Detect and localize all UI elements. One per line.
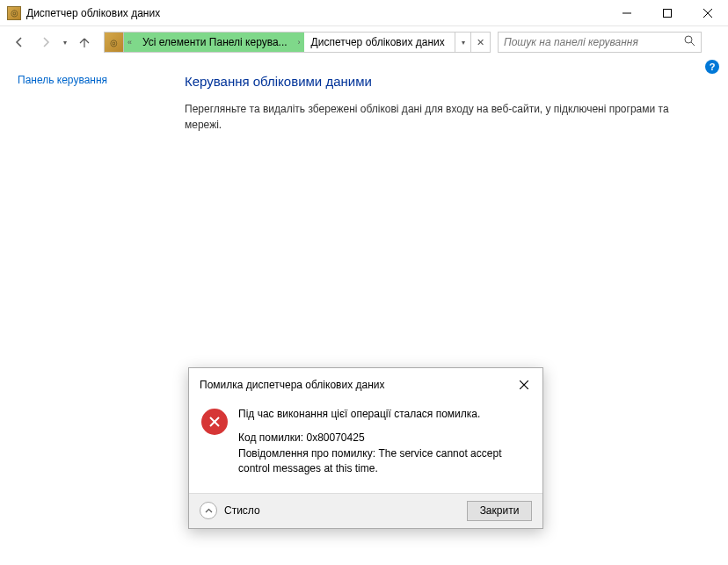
help-button[interactable]: ? (705, 60, 719, 74)
back-button[interactable] (7, 30, 32, 54)
search-box[interactable] (498, 32, 702, 53)
svg-point-4 (685, 36, 692, 43)
dialog-header: Помилка диспетчера облікових даних (189, 368, 542, 402)
search-input[interactable] (504, 36, 684, 48)
breadcrumb-seg-2[interactable]: Диспетчер облікових даних (304, 33, 452, 52)
navbar: ▾ « Усі елементи Панелі керува... › Дисп… (0, 26, 728, 58)
breadcrumb-seg-1[interactable]: Усі елементи Панелі керува... (135, 33, 295, 52)
breadcrumb-chevrons[interactable]: « (124, 33, 135, 52)
dialog-close-action-button[interactable]: Закрити (467, 501, 532, 521)
titlebar: Диспетчер облікових даних (0, 0, 728, 26)
app-icon (7, 6, 21, 20)
error-main-text: Під час виконання цієї операції сталася … (238, 407, 530, 422)
main-panel: Керування обліковими даними Перегляньте … (185, 74, 710, 133)
address-refresh-close[interactable]: ✕ (470, 33, 490, 52)
up-button[interactable] (72, 30, 97, 54)
forward-button[interactable] (33, 30, 58, 54)
details-toggle[interactable]: Стисло (200, 502, 260, 519)
page-description: Перегляньте та видаліть збережені обліко… (185, 101, 677, 133)
sidebar: Панель керування (18, 74, 185, 133)
location-icon (105, 33, 124, 52)
dialog-body: Під час виконання цієї операції сталася … (189, 402, 542, 493)
minimize-button[interactable] (607, 0, 647, 26)
error-icon (201, 409, 228, 435)
address-dropdown[interactable]: ▾ (455, 33, 470, 52)
close-button[interactable] (688, 0, 728, 26)
chevron-up-icon (200, 502, 217, 519)
error-detail: Повідомлення про помилку: The service ca… (238, 446, 530, 477)
dialog-title: Помилка диспетчера облікових даних (200, 379, 516, 391)
breadcrumb-sep-1[interactable]: › (295, 33, 304, 52)
window-title: Диспетчер облікових даних (26, 7, 160, 19)
address-bar[interactable]: « Усі елементи Панелі керува... › Диспет… (104, 32, 491, 53)
search-icon[interactable] (684, 35, 695, 49)
svg-line-5 (691, 42, 695, 46)
dialog-footer: Стисло Закрити (189, 493, 542, 528)
error-code: Код помилки: 0x80070425 (238, 431, 530, 445)
sidebar-home-link[interactable]: Панель керування (18, 74, 107, 86)
dialog-message: Під час виконання цієї операції сталася … (238, 407, 530, 477)
content-area: Панель керування Керування обліковими да… (0, 58, 728, 148)
history-dropdown[interactable]: ▾ (60, 39, 70, 47)
svg-rect-1 (664, 9, 672, 17)
maximize-button[interactable] (647, 0, 688, 26)
page-heading: Керування обліковими даними (185, 74, 710, 89)
details-toggle-label: Стисло (224, 504, 260, 517)
window-controls (607, 0, 728, 26)
dialog-close-button[interactable] (516, 377, 532, 393)
error-dialog: Помилка диспетчера облікових даних Під ч… (188, 367, 543, 529)
